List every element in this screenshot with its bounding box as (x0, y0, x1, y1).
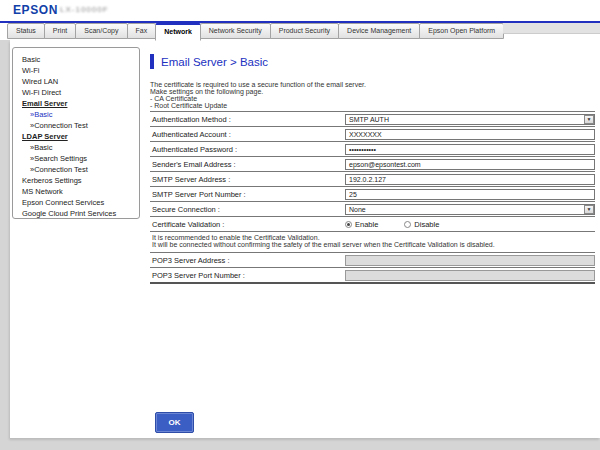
select-secure-connection[interactable]: None▼ (345, 204, 595, 215)
tab-fax[interactable]: Fax (127, 23, 157, 39)
form-row-pop3-server-port-number: POP3 Server Port Number : (150, 267, 595, 282)
form-row-certificate-validation: Certificate Validation :EnableDisable (150, 216, 595, 231)
intro-text: The certificate is required to use a sec… (150, 81, 595, 109)
content-panel: BasicWi-FiWired LANWi-Fi DirectEmail Ser… (10, 40, 600, 438)
intro-line: The certificate is required to use a sec… (150, 81, 595, 88)
ok-button[interactable]: OK (155, 412, 194, 433)
field-value: 25 (345, 189, 595, 200)
field-label: Certificate Validation : (150, 220, 345, 229)
field-value (345, 255, 595, 266)
sidebar-item-epson-connect-services[interactable]: Epson Connect Services (13, 197, 139, 208)
field-label: Authentication Method : (150, 115, 345, 124)
form-row-smtp-server-port-number: SMTP Server Port Number :25 (150, 186, 595, 201)
radio-disable[interactable] (404, 221, 411, 228)
sidebar-item-basic[interactable]: Basic (13, 54, 139, 65)
form-row-smtp-server-address: SMTP Server Address :192.0.2.127 (150, 171, 595, 186)
form-row-authenticated-password: Authenticated Password :••••••••••• (150, 141, 595, 156)
form-rows-top: Authentication Method :SMTP AUTH▼Authent… (150, 111, 595, 231)
field-label: SMTP Server Port Number : (150, 190, 345, 199)
sidebar-item-basic[interactable]: »Basic (13, 142, 139, 153)
radio-group-certificate-validation: EnableDisable (345, 220, 465, 229)
main-content: Email Server > Basic The certificate is … (150, 54, 595, 284)
sidebar-nav: BasicWi-FiWired LANWi-Fi DirectEmail Ser… (12, 47, 140, 219)
radio-label: Enable (355, 220, 378, 229)
input-authenticated-account[interactable]: XXXXXXX (345, 129, 595, 140)
input-pop3-server-port-number (345, 270, 595, 281)
tab-bar: StatusPrintScan/CopyFaxNetworkNetwork Se… (0, 23, 600, 40)
dropdown-arrow-icon[interactable]: ▼ (584, 115, 594, 124)
field-value: None▼ (345, 204, 595, 215)
field-value: XXXXXXX (345, 129, 595, 140)
page-title: Email Server > Basic (161, 56, 268, 68)
sidebar-item-wired-lan[interactable]: Wired LAN (13, 76, 139, 87)
field-label: POP3 Server Address : (150, 256, 345, 265)
field-text: SMTP AUTH (349, 116, 389, 123)
sidebar-item-kerberos-settings[interactable]: Kerberos Settings (13, 175, 139, 186)
tab-network[interactable]: Network (155, 23, 201, 41)
sidebar-item-wi-fi-direct[interactable]: Wi-Fi Direct (13, 87, 139, 98)
intro-line: - CA Certificate (150, 95, 595, 102)
field-label: POP3 Server Port Number : (150, 271, 345, 280)
sidebar-item-ms-network[interactable]: MS Network (13, 186, 139, 197)
input-smtp-server-port-number[interactable]: 25 (345, 189, 595, 200)
form-row-secure-connection: Secure Connection :None▼ (150, 201, 595, 216)
input-pop3-server-address (345, 255, 595, 266)
field-text: 192.0.2.127 (349, 176, 386, 183)
tab-device-management[interactable]: Device Management (338, 23, 420, 39)
radio-label: Disable (414, 220, 439, 229)
form-row-sender-s-email-address: Sender's Email Address :epson@epsontest.… (150, 156, 595, 171)
input-smtp-server-address[interactable]: 192.0.2.127 (345, 174, 595, 185)
tab-print[interactable]: Print (44, 23, 76, 39)
sidebar-item-google-cloud-print-services[interactable]: Google Cloud Print Services (13, 208, 139, 219)
note-line: It will be connected without confirming … (152, 241, 595, 248)
epson-logo: EPSON (13, 3, 58, 17)
input-authenticated-password[interactable]: ••••••••••• (345, 144, 595, 155)
sidebar-item-connection-test[interactable]: »Connection Test (13, 120, 139, 131)
field-text: None (349, 206, 366, 213)
field-text: ••••••••••• (349, 146, 376, 153)
note-line: It is recommended to enable the Certific… (152, 234, 595, 241)
tab-epson-open-platform[interactable]: Epson Open Platform (419, 23, 504, 39)
printer-model-name: LX-10000F (60, 5, 109, 14)
field-label: Sender's Email Address : (150, 160, 345, 169)
select-authentication-method[interactable]: SMTP AUTH▼ (345, 114, 595, 125)
intro-line: - Root Certificate Update (150, 102, 595, 109)
sidebar-item-ldap-server[interactable]: LDAP Server (13, 131, 139, 142)
field-text: epson@epsontest.com (349, 161, 421, 168)
form-row-authenticated-account: Authenticated Account :XXXXXXX (150, 126, 595, 141)
field-text: 25 (349, 191, 357, 198)
radio-option-disable: Disable (404, 220, 439, 229)
field-value: ••••••••••• (345, 144, 595, 155)
tab-scan-copy[interactable]: Scan/Copy (75, 23, 127, 39)
tab-network-security[interactable]: Network Security (200, 23, 271, 39)
email-server-form: Authentication Method :SMTP AUTH▼Authent… (150, 111, 595, 284)
sidebar-item-email-server[interactable]: Email Server (13, 98, 139, 109)
intro-line: Make settings on the following page. (150, 88, 595, 95)
field-value: SMTP AUTH▼ (345, 114, 595, 125)
certificate-validation-note: It is recommended to enable the Certific… (150, 231, 595, 252)
tab-status[interactable]: Status (7, 23, 45, 39)
form-row-pop3-server-address: POP3 Server Address : (150, 252, 595, 267)
field-label: Authenticated Account : (150, 130, 345, 139)
field-label: Secure Connection : (150, 205, 345, 214)
title-accent-bar (150, 54, 154, 69)
field-label: Authenticated Password : (150, 145, 345, 154)
sidebar-item-search-settings[interactable]: »Search Settings (13, 153, 139, 164)
input-sender-s-email-address[interactable]: epson@epsontest.com (345, 159, 595, 170)
radio-enable[interactable] (345, 221, 352, 228)
field-value: EnableDisable (345, 220, 595, 229)
sidebar-item-basic[interactable]: »Basic (13, 109, 139, 120)
sidebar-item-wi-fi[interactable]: Wi-Fi (13, 65, 139, 76)
tab-product-security[interactable]: Product Security (270, 23, 339, 39)
form-rows-bottom: POP3 Server Address :POP3 Server Port Nu… (150, 252, 595, 282)
epson-web-config-page: { "header": { "brand": "EPSON", "model":… (0, 0, 600, 450)
tab-bar-filler (503, 23, 600, 34)
page-title-row: Email Server > Basic (150, 54, 595, 69)
header: EPSON LX-10000F (0, 0, 600, 21)
field-value: 192.0.2.127 (345, 174, 595, 185)
sidebar-item-connection-test[interactable]: »Connection Test (13, 164, 139, 175)
dropdown-arrow-icon[interactable]: ▼ (584, 205, 594, 214)
field-value: epson@epsontest.com (345, 159, 595, 170)
field-label: SMTP Server Address : (150, 175, 345, 184)
radio-option-enable: Enable (345, 220, 378, 229)
